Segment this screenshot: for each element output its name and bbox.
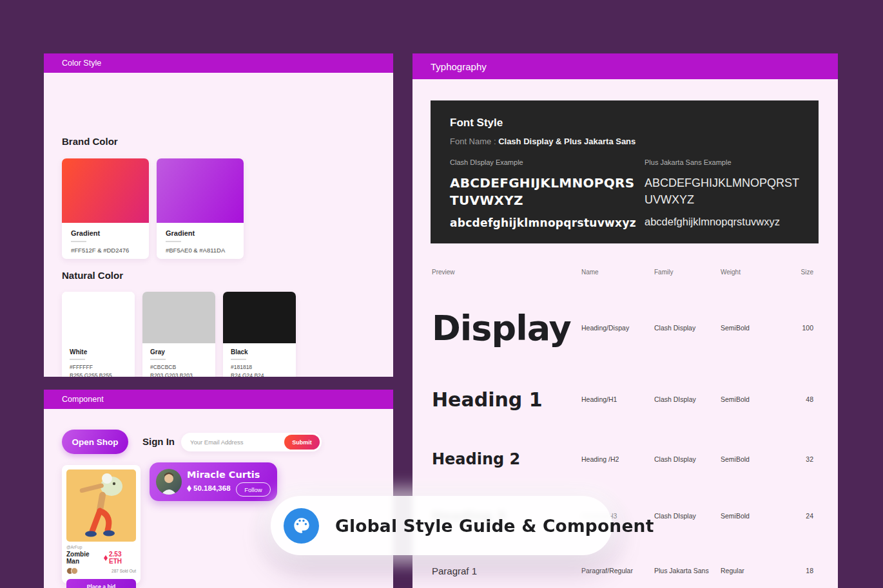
table-row: Display Heading/Dispay Clash Display Sem… [432,285,819,370]
typography-panel-header: Typhography [412,53,838,79]
swatch-hex: #FFFFFF [70,364,127,370]
profile-card[interactable]: Miracle Curtis 50.184,368 Follow [150,462,277,501]
eth-diamond-icon [187,485,191,492]
type-weight: SemiBold [721,455,780,463]
font-name-label: Font Name : [450,137,498,146]
divider [70,359,85,360]
color-style-panel-title: Color Style [62,59,101,68]
nft-price-value: 2.53 ETH [109,551,136,565]
open-shop-button[interactable]: Open Shop [62,430,128,454]
type-table-header: Preview Name Family Weight Size [432,269,819,276]
table-row: Heading 2 Heading /H2 Clash DIsplay Semi… [432,437,819,481]
profile-balance: 50.184,368 [187,484,231,492]
type-name: Heading/H1 [581,395,654,403]
jakarta-lowercase-sample: abcdefghijklmnopqrstuvwxyz [645,216,806,228]
nft-author-handle: @ArFup [66,545,136,549]
swatch-hex: #BF5AE0 & #A811DA [166,247,235,254]
bidder-avatar [71,567,78,574]
zombie-illustration [66,469,136,542]
type-weight: SemiBold [721,324,780,332]
type-preview: Display [432,308,581,348]
swatch-name: White [70,348,127,356]
natural-swatch-card[interactable]: Black #181818 R24 G24 B24 [223,292,296,377]
type-name: Heading /H2 [581,455,654,463]
submit-button[interactable]: Submit [284,435,320,450]
typography-panel-title: Typhography [431,61,487,72]
table-row: Heading 1 Heading/H1 Clash DIsplay SemiB… [432,375,819,423]
swatch-info: Black #181818 R24 G24 B24 [223,343,296,377]
swatch-hex: #FF512F & #DD2476 [71,247,140,254]
type-size: 32 [780,455,819,463]
clash-uppercase-sample: ABCDEFGHIJKLMNOPQRSTUVWXYZ [450,175,637,209]
avatar-photo [156,469,182,495]
natural-swatch-card[interactable]: Gray #CBCBCB R203 G203 B203 [142,292,215,377]
swatch-hex: #181818 [231,364,288,370]
natural-color-section-label: Natural Color [62,270,123,281]
type-size: 24 [780,512,819,520]
palette-glyph [293,517,311,535]
black-swatch [223,292,296,343]
swatch-hex: #CBCBCB [150,364,208,370]
email-signup-field: Submit [181,433,322,451]
avatar [156,469,182,495]
component-panel: Component Open Shop Sign In Submit @ArFu… [44,390,393,588]
swatch-info: White #FFFFFF R255 G255 B255 [62,343,135,377]
component-panel-header: Component [44,390,393,409]
style-guide-canvas: { "colors": { "canvas_background": "#4E2… [0,0,883,588]
global-style-guide-badge[interactable]: Global Style Guide & Component [271,496,612,555]
swatch-rgb: R203 G203 B203 [150,372,208,377]
palette-icon [284,508,319,544]
type-preview: Heading 2 [432,450,581,468]
type-family: Plus Jakarta Sans [654,567,721,574]
swatch-name: Black [231,348,288,356]
bidder-avatars [66,567,78,574]
nft-card[interactable]: @ArFup Zombie Man 2.53 ETH 287 Sold Out … [62,465,141,583]
clash-display-example-column: Clash DIsplay Example ABCDEFGHIJKLMNOPQR… [450,158,637,229]
type-size: 48 [780,395,819,403]
jakarta-example-label: Plus Jakarta Sans Example [645,158,806,166]
color-style-panel-header: Color Style [44,53,393,73]
type-weight: SemiBold [721,395,780,403]
nft-title: Zombie Man [66,551,104,565]
col-header-size: Size [780,269,819,276]
divider [71,241,86,242]
divider [166,241,181,242]
font-style-heading: Font Style [450,117,503,129]
type-family: Clash DIsplay [654,512,721,520]
place-a-bid-button[interactable]: Place a bid [66,579,136,588]
swatch-name: Gradient [166,229,235,237]
brand-gradient-swatch [62,158,149,223]
clash-example-label: Clash DIsplay Example [450,158,637,166]
swatch-rgb: R255 G255 B255 [70,372,127,377]
nft-artwork [66,469,136,542]
col-header-family: Family [654,269,721,276]
swatch-name: Gray [150,348,208,356]
brand-color-section-label: Brand Color [62,136,118,147]
type-name: Paragraf/Regular [581,567,654,574]
font-style-card: Font Style Font Name : Clash Display & P… [431,100,819,243]
nft-sold-status: 287 Sold Out [112,569,136,573]
profile-balance-value: 50.184,368 [193,484,231,492]
type-preview: Paragraf 1 [432,565,581,576]
email-input[interactable] [190,433,280,451]
type-family: Clash Display [654,324,721,332]
sign-in-label: Sign In [142,436,175,447]
brand-gradient-swatch [157,158,244,223]
swatch-info: Gray #CBCBCB R203 G203 B203 [142,343,215,377]
col-header-name: Name [581,269,654,276]
swatch-rgb: R24 G24 B24 [231,372,288,377]
gray-swatch [142,292,215,343]
eth-diamond-icon [104,555,108,561]
follow-button[interactable]: Follow [236,482,271,497]
col-header-weight: Weight [721,269,780,276]
brand-swatch-card[interactable]: Gradient #BF5AE0 & #A811DA [157,158,244,259]
font-name-line: Font Name : Clash Display & Plus Jakarta… [450,137,636,146]
type-name: Heading/Dispay [581,324,654,332]
type-size: 18 [780,567,819,574]
brand-swatch-card[interactable]: Gradient #FF512F & #DD2476 [62,158,149,259]
white-swatch [62,292,135,343]
natural-swatch-card[interactable]: White #FFFFFF R255 G255 B255 [62,292,135,377]
type-family: Clash DIsplay [654,395,721,403]
profile-name: Miracle Curtis [187,469,260,480]
jakarta-example-column: Plus Jakarta Sans Example ABCDEFGHIJKLMN… [645,158,806,228]
